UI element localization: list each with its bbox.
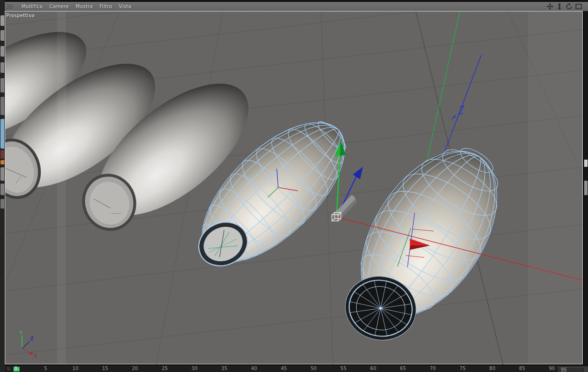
frame-tick-label: 25 [155,366,174,371]
gizmo-z-label: Z [30,336,34,341]
frame-tick-label: 40 [245,366,264,371]
gizmo-y-label: Y [19,330,23,336]
end-frame-value: 95 [561,367,567,372]
frame-tick-label: 80 [483,366,502,371]
application-window: { "menu_bar": { "items": ["Modifica", "C… [0,0,588,372]
frame-tick-label: 45 [274,366,294,371]
view-controls [546,3,588,10]
toolbar-fragment [0,15,4,26]
z-axis-arrowhead [451,115,456,121]
left-toolbar-clipped[interactable] [0,0,5,372]
toolbar-fragment [0,30,4,41]
end-frame-input[interactable]: 95 [557,367,588,372]
frame-tick-label: 60 [363,366,383,371]
toolbar-fragment [0,150,4,159]
toolbar-fragment [0,119,4,149]
menu-item[interactable]: Mostra [72,4,96,9]
frame-tick-label: 50 [304,366,323,371]
toolbar-fragment [0,167,4,181]
frame-tick-label: 70 [423,366,442,371]
gizmo-x-label: X [34,353,37,359]
zoom-view-icon[interactable] [556,3,563,10]
frame-tick-label: 0 [6,366,25,371]
frame-tick-label: 5 [36,366,55,371]
frame-tick-label: 35 [215,366,234,371]
rotate-view-icon[interactable] [565,3,573,10]
toolbar-fragment [0,160,4,164]
toolbar-fragment [0,46,4,57]
toolbar-fragment [0,62,4,73]
toolbar-fragment [0,199,4,209]
grip-dots-icon[interactable] [7,4,13,9]
pan-view-icon[interactable] [546,3,554,10]
frame-tick-label: 10 [66,366,85,371]
menu-item[interactable]: Vista [115,4,135,9]
menu-item[interactable]: Modifica [18,4,46,9]
panel-fragment [584,160,588,167]
egg-object-5-selected[interactable] [333,124,527,347]
frame-tick-label: 15 [96,366,115,371]
frame-ruler: 051015202530354045505560657075808590 [5,365,555,372]
sheen-band-left [57,12,66,365]
maximize-view-icon[interactable] [575,3,582,10]
viewport-scene[interactable]: Z [0,0,588,372]
frame-tick-label: 75 [453,366,472,371]
timeline-ruler[interactable]: 051015202530354045505560657075808590 95 [5,365,588,372]
world-z-axis-label: Z [457,103,465,117]
frame-tick-label: 65 [394,366,413,371]
right-panel-clipped [583,0,588,372]
menu-item[interactable]: Camere [46,4,72,9]
frame-tick-label: 30 [185,366,204,371]
toolbar-fragment [0,78,4,93]
viewport-menu-bar: ModificaCamereMostraFiltroVista [5,2,588,11]
menu-item[interactable]: Filtro [96,4,115,9]
orientation-gizmo: Y Z X [19,330,37,359]
frame-tick-label: 20 [125,366,145,371]
panel-fragment [584,181,588,195]
toolbar-fragment [0,184,4,195]
toolbar-fragment [0,97,4,115]
spinner-handle[interactable] [583,368,588,372]
sheen-band-right [528,12,582,365]
menu-items: ModificaCamereMostraFiltroVista [18,4,135,9]
frame-tick-label: 55 [334,366,353,371]
viewport-title[interactable]: Prospettiva [6,13,35,18]
frame-tick-label: 85 [512,366,531,371]
